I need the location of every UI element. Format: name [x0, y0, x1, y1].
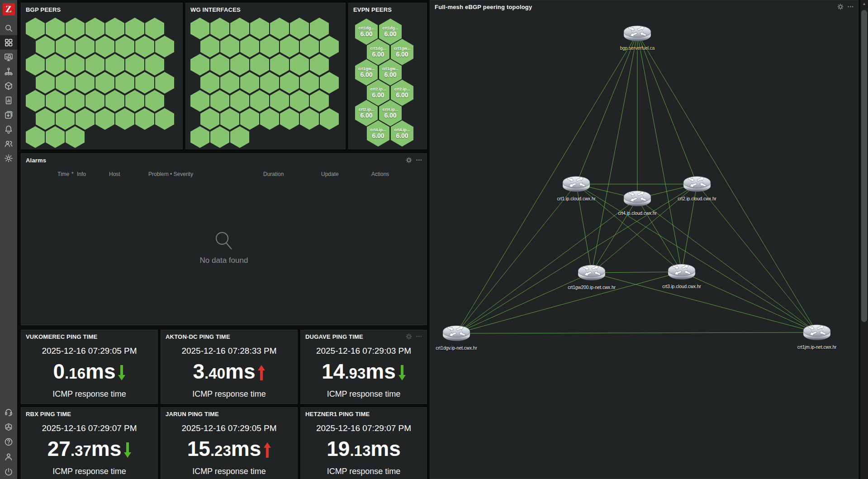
honeycomb-cell[interactable] [56, 36, 75, 57]
sidebar-item-support[interactable] [0, 404, 17, 419]
honeycomb-cell[interactable] [240, 108, 259, 130]
honeycomb-cell[interactable] [26, 126, 45, 148]
sidebar-item-search[interactable] [0, 21, 17, 35]
honeycomb-cell[interactable]: crt2.ip...6.00 [367, 80, 389, 106]
honeycomb-cell[interactable] [46, 90, 65, 112]
honeycomb-cell[interactable] [260, 36, 279, 57]
honeycomb-cell[interactable] [190, 126, 209, 148]
honeycomb-cell[interactable] [310, 90, 329, 112]
sidebar-item-inventory[interactable] [0, 79, 17, 93]
scrollbar-thumb[interactable] [861, 10, 867, 322]
honeycomb-cell[interactable] [230, 126, 249, 148]
honeycomb-cell[interactable] [280, 108, 299, 130]
honeycomb-cell[interactable] [230, 90, 249, 112]
honeycomb-cell[interactable] [155, 36, 174, 57]
honeycomb-cell[interactable] [320, 108, 339, 130]
honeycomb-cell[interactable] [115, 108, 134, 130]
honeycomb-cell[interactable] [95, 72, 114, 94]
honeycomb-cell[interactable] [260, 108, 279, 130]
honeycomb-cell[interactable]: crt2.ip...6.00 [355, 100, 378, 126]
sidebar-item-administration[interactable] [0, 151, 17, 166]
honeycomb-cell[interactable] [240, 36, 259, 57]
honeycomb-cell[interactable] [76, 72, 95, 94]
honeycomb-cell[interactable] [26, 18, 45, 39]
honeycomb-cell[interactable] [280, 36, 299, 57]
honeycomb-cell[interactable] [210, 126, 229, 148]
honeycomb-cell[interactable] [125, 54, 144, 76]
honeycomb-cell[interactable]: crt4.ip...6.00 [391, 120, 413, 147]
honeycomb-cell[interactable] [270, 54, 289, 76]
honeycomb-cell[interactable] [290, 90, 309, 112]
alarms-column-duration[interactable]: Duration [263, 171, 284, 177]
honeycomb-cell[interactable]: crt1gw...6.00 [391, 39, 413, 65]
honeycomb-cell[interactable] [125, 90, 144, 112]
sidebar-item-help[interactable] [0, 434, 17, 449]
honeycomb-cell[interactable] [36, 72, 55, 94]
honeycomb-cell[interactable] [250, 18, 269, 39]
honeycomb-cell[interactable] [250, 90, 269, 112]
honeycomb-cell[interactable] [105, 54, 124, 76]
sidebar-item-data-collection[interactable] [0, 108, 17, 122]
sidebar-item-services[interactable] [0, 64, 17, 79]
topology-node[interactable]: bgp.serverfuel.ca [612, 23, 662, 51]
topology-node[interactable]: crt1dgv.ip-net.cwx.hr [432, 322, 481, 351]
sidebar-item-alerts[interactable] [0, 122, 17, 137]
honeycomb-cell[interactable] [46, 54, 65, 76]
topology-node[interactable]: crt1.ip.cloud.cwx.hr [551, 173, 601, 201]
honeycomb-cell[interactable]: crt1dg...6.00 [367, 39, 389, 65]
honeycomb-cell[interactable] [300, 36, 319, 57]
honeycomb-cell[interactable] [155, 72, 174, 94]
honeycomb-cell[interactable] [66, 126, 85, 148]
honeycomb-cell[interactable] [300, 72, 319, 94]
honeycomb-cell[interactable] [135, 36, 154, 57]
honeycomb-cell[interactable] [85, 90, 104, 112]
sidebar-item-user-profile[interactable] [0, 449, 17, 464]
honeycomb-cell[interactable] [115, 36, 134, 57]
honeycomb-cell[interactable] [220, 72, 239, 94]
honeycomb-cell[interactable] [320, 72, 339, 94]
honeycomb-cell[interactable] [56, 72, 75, 94]
honeycomb-cell[interactable] [220, 36, 239, 57]
honeycomb-cell[interactable] [210, 54, 229, 76]
honeycomb-cell[interactable] [135, 72, 154, 94]
honeycomb-cell[interactable]: crt1gw...6.00 [379, 59, 402, 85]
honeycomb-cell[interactable] [145, 90, 164, 112]
honeycomb-cell[interactable] [270, 18, 289, 39]
honeycomb-cell[interactable] [280, 72, 299, 94]
alarms-column-time[interactable]: Time▼ [57, 171, 69, 177]
honeycomb-cell[interactable] [145, 18, 164, 39]
alarms-column-info[interactable]: Info [77, 171, 86, 177]
honeycomb-cell[interactable] [250, 54, 269, 76]
honeycomb-cell[interactable] [105, 90, 124, 112]
honeycomb-cell[interactable] [85, 54, 104, 76]
honeycomb-cell[interactable] [76, 108, 95, 130]
topology-node[interactable]: crt2.ip.cloud.cwx.hr [672, 173, 722, 201]
honeycomb-cell[interactable] [95, 36, 114, 57]
honeycomb-cell[interactable] [105, 18, 124, 39]
topology-node[interactable]: crt3.ip.cloud.cwx.hr [657, 261, 707, 289]
honeycomb-cell[interactable] [260, 72, 279, 94]
honeycomb-cell[interactable] [220, 108, 239, 130]
honeycomb-cell[interactable] [26, 90, 45, 112]
honeycomb-cell[interactable] [290, 18, 309, 39]
honeycomb-cell[interactable]: crt4.ip...6.00 [367, 120, 389, 147]
honeycomb-cell[interactable] [125, 18, 144, 39]
honeycomb-cell[interactable] [66, 18, 85, 39]
sidebar-item-users[interactable] [0, 137, 17, 151]
honeycomb-cell[interactable] [230, 18, 249, 39]
honeycomb-cell[interactable] [300, 108, 319, 130]
topology-node[interactable]: crt1gw200.ip-net.cwx.hr [567, 262, 617, 290]
zabbix-logo[interactable]: Z [3, 3, 15, 15]
honeycomb-cell[interactable]: crt1dg...6.00 [355, 19, 378, 45]
alarms-column-actions[interactable]: Actions [371, 171, 389, 177]
honeycomb-cell[interactable]: crt2.ip...6.00 [391, 80, 413, 106]
panel-gear-icon[interactable] [406, 157, 412, 163]
honeycomb-cell[interactable] [210, 90, 229, 112]
honeycomb-cell[interactable] [26, 54, 45, 76]
topology-node[interactable]: crt1jm.ip-net.cwx.hr [792, 322, 842, 350]
alarms-column-update[interactable]: Update [321, 171, 339, 177]
honeycomb-cell[interactable] [66, 90, 85, 112]
page-scrollbar[interactable]: ▲ [860, 0, 868, 479]
honeycomb-cell[interactable] [190, 54, 209, 76]
topology-node[interactable]: crt4.ip.cloud.cwx.hr [612, 188, 662, 216]
